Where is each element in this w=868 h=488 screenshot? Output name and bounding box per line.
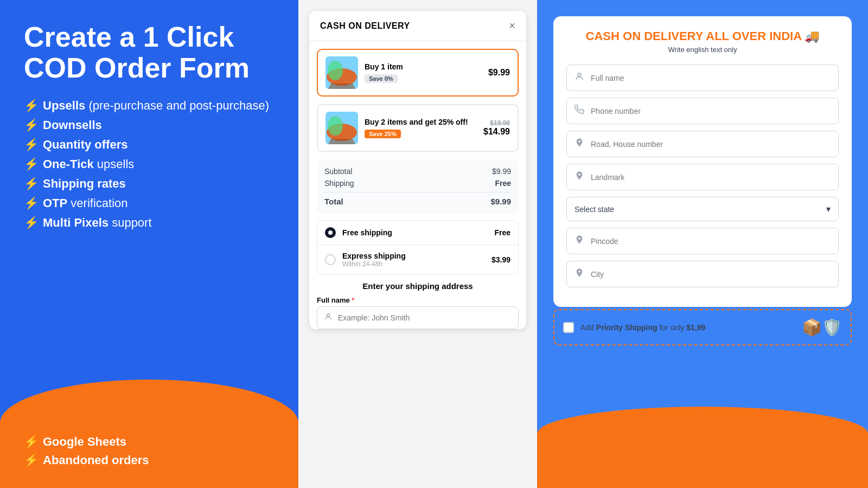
shipping-section: Free shipping Free Express shipping With…: [317, 220, 519, 275]
product-price-1: $9.99: [488, 68, 510, 78]
address-title: Enter your shipping address: [317, 281, 519, 291]
save-badge-2: Save 25%: [365, 130, 401, 138]
cod-landmark-field: [566, 164, 839, 190]
cod-modal: CASH ON DELIVERY × Buy 1 item Save 0% $9…: [309, 11, 526, 329]
priority-text: Add Priority Shipping for only $1,99: [580, 323, 795, 332]
radio-dot: [328, 230, 333, 235]
shipping-express[interactable]: Express shipping Within 24-48h $3.99: [317, 245, 518, 274]
bolt-icon: ⚡: [24, 99, 39, 113]
cod-road-field: [566, 131, 839, 157]
shipping-info-free: Free shipping: [342, 228, 488, 237]
old-price-2: $19.98: [483, 119, 510, 127]
fullname-right-input[interactable]: [591, 74, 831, 82]
bolt-icon: ⚡: [24, 118, 39, 132]
product-image-2: [326, 112, 358, 144]
feature-list: ⚡ Upsells (pre-purchase and post-purchas…: [24, 99, 275, 230]
svg-point-9: [578, 73, 581, 76]
product-info-2: Buy 2 items and get 25% off! Save 25%: [365, 118, 477, 138]
fullname-input-wrap: [317, 306, 519, 329]
cod-pincode-field: [566, 228, 839, 254]
state-select[interactable]: Select state ▾: [566, 197, 839, 221]
fullname-input[interactable]: [338, 313, 512, 322]
left-panel: Create a 1 Click COD Order Form ⚡ Upsell…: [0, 0, 298, 488]
summary-total: Total $9.99: [324, 192, 511, 206]
product-title-1: Buy 1 item: [365, 62, 482, 71]
feature-pixels: ⚡ Multi Pixels support: [24, 216, 275, 230]
location-icon: [575, 268, 584, 280]
feature-quantity: ⚡ Quantity offers: [24, 138, 275, 152]
shipping-price-free: Free: [494, 228, 510, 237]
location-icon: [575, 235, 584, 247]
middle-panel: CASH ON DELIVERY × Buy 1 item Save 0% $9…: [298, 0, 537, 488]
save-badge-1: Save 0%: [365, 74, 398, 83]
summary-section: Subtotal $9.99 Shipping Free Total $9.99: [317, 159, 519, 214]
address-section: Enter your shipping address Full name *: [317, 281, 519, 329]
bolt-icon: ⚡: [24, 138, 39, 152]
bolt-icon: ⚡: [24, 196, 39, 210]
location-icon: [575, 171, 584, 183]
feature-upsells: ⚡ Upsells (pre-purchase and post-purchas…: [24, 99, 275, 113]
right-panel: CASH ON DELIVERY ALL OVER INDIA 🚚 Write …: [537, 0, 868, 488]
feature-downsells: ⚡ Downsells: [24, 118, 275, 132]
close-button[interactable]: ×: [509, 20, 515, 32]
bolt-icon: ⚡: [24, 435, 39, 449]
product-option-2[interactable]: Buy 2 items and get 25% off! Save 25% $1…: [317, 104, 519, 152]
fullname-label: Full name *: [317, 296, 519, 304]
bolt-icon: ⚡: [24, 157, 39, 171]
person-icon: [324, 312, 333, 323]
phone-input[interactable]: [591, 107, 831, 115]
shipping-price-express: $3.99: [492, 255, 510, 264]
city-input[interactable]: [591, 270, 831, 279]
location-icon: [575, 138, 584, 150]
main-title: Create a 1 Click COD Order Form: [24, 22, 275, 84]
modal-header: CASH ON DELIVERY ×: [309, 11, 526, 41]
radio-express[interactable]: [325, 254, 336, 265]
svg-marker-3: [328, 84, 355, 89]
summary-shipping: Shipping Free: [324, 179, 511, 188]
product-price-2: $19.98 $14.99: [483, 119, 510, 137]
product-title-2: Buy 2 items and get 25% off!: [365, 118, 477, 126]
road-input[interactable]: [591, 140, 831, 149]
person-icon: [575, 72, 584, 84]
product-option-1[interactable]: Buy 1 item Save 0% $9.99: [317, 49, 519, 97]
svg-point-6: [328, 116, 343, 136]
pincode-input[interactable]: [591, 237, 831, 246]
feature-sheets: ⚡ Google Sheets: [24, 435, 275, 449]
feature-abandoned: ⚡ Abandoned orders: [24, 453, 275, 467]
shipping-info-express: Express shipping Within 24-48h: [342, 252, 485, 268]
feature-shipping: ⚡ Shipping rates: [24, 177, 275, 191]
cod-fullname-field: [566, 65, 839, 91]
product-image-1: [326, 56, 358, 89]
summary-subtotal: Subtotal $9.99: [324, 167, 511, 176]
cod-card-title: CASH ON DELIVERY ALL OVER INDIA 🚚: [566, 29, 839, 43]
product-info-1: Buy 1 item Save 0%: [365, 62, 482, 83]
bolt-icon: ⚡: [24, 216, 39, 230]
orange-features: ⚡ Google Sheets ⚡ Abandoned orders: [0, 426, 298, 488]
modal-title: CASH ON DELIVERY: [320, 21, 410, 31]
bolt-icon: ⚡: [24, 453, 39, 467]
cod-city-field: [566, 261, 839, 287]
bolt-icon: ⚡: [24, 177, 39, 191]
phone-icon: [575, 105, 584, 117]
chevron-down-icon: ▾: [826, 204, 831, 214]
feature-otp: ⚡ OTP verification: [24, 196, 275, 210]
svg-marker-7: [328, 139, 355, 144]
cod-phone-field: [566, 98, 839, 124]
state-select-label: Select state: [575, 205, 614, 214]
feature-onetick: ⚡ One-Tick upsells: [24, 157, 275, 171]
landmark-input[interactable]: [591, 173, 831, 182]
shipping-free[interactable]: Free shipping Free: [317, 221, 518, 245]
box-icon: 📦🛡️: [802, 318, 842, 337]
priority-checkbox[interactable]: [563, 322, 574, 333]
cod-card: CASH ON DELIVERY ALL OVER INDIA 🚚 Write …: [553, 16, 852, 307]
svg-point-2: [328, 61, 343, 80]
svg-point-8: [327, 314, 329, 317]
priority-shipping-box: Add Priority Shipping for only $1,99 📦🛡️: [553, 309, 852, 345]
radio-free[interactable]: [325, 227, 336, 238]
cod-card-subtitle: Write english text only: [566, 46, 839, 54]
